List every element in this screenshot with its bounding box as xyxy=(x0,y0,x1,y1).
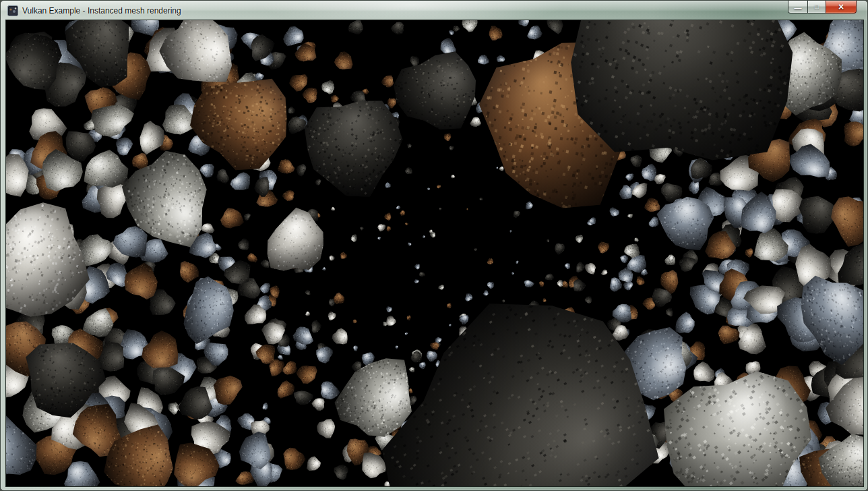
title-bar[interactable]: Vulkan Example - Instanced mesh renderin… xyxy=(1,1,867,20)
minimize-icon: — xyxy=(795,5,802,12)
maximize-icon: □ xyxy=(815,3,819,10)
app-icon[interactable] xyxy=(7,5,18,16)
window-controls: — □ × xyxy=(788,1,857,13)
maximize-button[interactable]: □ xyxy=(807,1,826,13)
close-button[interactable]: × xyxy=(826,1,857,13)
render-viewport[interactable] xyxy=(6,20,863,486)
close-icon: × xyxy=(838,2,844,11)
scene-canvas[interactable] xyxy=(6,20,863,486)
minimize-button[interactable]: — xyxy=(788,1,808,13)
app-icon-image xyxy=(7,5,18,16)
window-title: Vulkan Example - Instanced mesh renderin… xyxy=(22,6,181,16)
app-window: Vulkan Example - Instanced mesh renderin… xyxy=(0,0,868,491)
